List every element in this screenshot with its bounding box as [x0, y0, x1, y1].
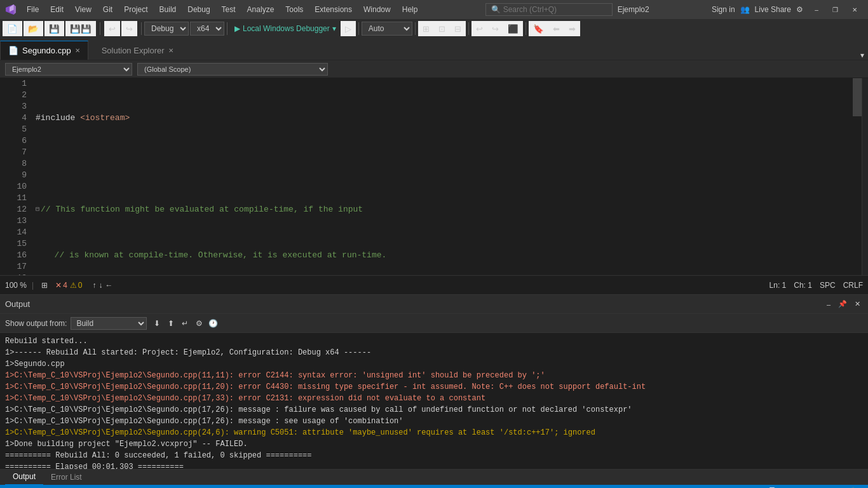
- minimize-button[interactable]: –: [808, 3, 825, 16]
- tab-solution-close-button[interactable]: ✕: [168, 47, 173, 54]
- select-repository-button[interactable]: 🗄 Select Repository: [763, 485, 843, 488]
- output-settings-button[interactable]: ⚙: [193, 317, 205, 330]
- redo-button[interactable]: ↪: [121, 21, 137, 36]
- git-branch-button[interactable]: ⎇: [5, 485, 24, 488]
- warning-count-value: 0: [78, 281, 83, 290]
- close-button[interactable]: ✕: [846, 3, 863, 16]
- menu-extensions[interactable]: Extensions: [309, 3, 357, 17]
- search-box[interactable]: 🔍: [485, 3, 613, 16]
- menu-test[interactable]: Test: [217, 3, 241, 17]
- menu-help[interactable]: Help: [397, 3, 423, 17]
- menu-debug[interactable]: Debug: [182, 3, 215, 17]
- output-clear-button[interactable]: ⬇: [151, 317, 163, 330]
- output-line-3: 1>Segundo.cpp: [5, 358, 863, 370]
- toolbar-icon-5[interactable]: ↪: [487, 21, 503, 36]
- menu-git[interactable]: Git: [98, 3, 118, 17]
- collapse-icon-3[interactable]: ⊟: [36, 204, 39, 215]
- project-scope-select[interactable]: Ejemplo2: [5, 63, 132, 76]
- menu-edit[interactable]: Edit: [45, 3, 69, 17]
- tab-overflow-button[interactable]: ▾: [857, 51, 868, 60]
- scrollbar-thumb[interactable]: [853, 78, 862, 116]
- settings-icon[interactable]: ⚙: [796, 5, 803, 14]
- spaces-info[interactable]: SPC: [820, 281, 836, 290]
- search-input[interactable]: [503, 5, 605, 14]
- live-share-button[interactable]: Live Share: [755, 5, 791, 14]
- menu-window[interactable]: Window: [358, 3, 396, 17]
- warning-triangle-icon: ⚠: [70, 281, 77, 290]
- zoom-level[interactable]: 100 %: [5, 281, 27, 290]
- new-project-button[interactable]: 📄: [3, 21, 22, 36]
- nav-icon-1[interactable]: ⊞: [39, 280, 50, 291]
- debug-config-group: Debug x64: [144, 22, 224, 36]
- platform-select[interactable]: x64: [190, 22, 224, 36]
- tab-segundo-cpp[interactable]: 📄 Segundo.cpp ✕: [0, 41, 88, 60]
- output-scroll-up-button[interactable]: ⬆: [165, 317, 177, 330]
- bookmark-button[interactable]: 🔖: [529, 21, 548, 36]
- line-num-17: 17: [0, 261, 27, 273]
- line-num-6: 6: [0, 135, 27, 147]
- line-ending-info[interactable]: CRLF: [843, 281, 863, 290]
- status-bar-left: ⎇ Ready: [5, 485, 62, 488]
- char-info: Ch: 1: [794, 281, 812, 290]
- output-time-button[interactable]: 🕐: [207, 317, 219, 330]
- toolbar-icon-3[interactable]: ⊟: [450, 21, 466, 36]
- run-debugger-button[interactable]: ▶ Local Windows Debugger ▾: [230, 21, 341, 36]
- output-content[interactable]: Rebuild started... 1>------ Rebuild All …: [0, 333, 868, 469]
- code-editor[interactable]: #include <iostream> ⊟// This function mi…: [33, 78, 853, 275]
- tab-error-list[interactable]: Error List: [43, 470, 90, 485]
- output-source-select[interactable]: Build: [71, 317, 147, 330]
- toolbar-separator-3: [227, 22, 227, 35]
- notification-bell-button[interactable]: 🔔: [843, 485, 863, 488]
- start-without-debug-button[interactable]: ▷: [341, 21, 356, 36]
- restore-button[interactable]: ❐: [827, 3, 844, 16]
- undo-button[interactable]: ↩: [104, 21, 120, 36]
- output-close-button[interactable]: ✕: [852, 299, 863, 309]
- bookmark-prev-button[interactable]: ⬅: [548, 21, 564, 36]
- toolbar-icon-1[interactable]: ⊞: [418, 21, 434, 36]
- line-num-10: 10: [0, 181, 27, 193]
- run-label: Local Windows Debugger: [243, 24, 330, 33]
- add-to-source-control-button[interactable]: ↑ Add to Source Control: [672, 485, 763, 488]
- nav-left-arrow[interactable]: ←: [105, 281, 113, 290]
- nav-down-arrow[interactable]: ↓: [99, 281, 103, 290]
- editor-vertical-scrollbar[interactable]: [853, 78, 862, 275]
- output-line-10: 1>Done building project "Ejemplo2.vcxpro…: [5, 438, 863, 450]
- tab-close-button[interactable]: ✕: [75, 47, 80, 54]
- bookmark-next-button[interactable]: ➡: [564, 21, 580, 36]
- menu-file[interactable]: File: [22, 3, 44, 17]
- project-title: Ejemplo2: [618, 5, 649, 14]
- debug-config-select[interactable]: Debug: [144, 22, 189, 36]
- menu-project[interactable]: Project: [119, 3, 153, 17]
- output-line-7: 1>C:\Temp_C_10\VSProj\Ejemplo2\Segundo.c…: [5, 404, 863, 416]
- save-button[interactable]: 💾: [44, 21, 64, 36]
- nav-up-arrow[interactable]: ↑: [93, 281, 97, 290]
- sign-in-button[interactable]: Sign in: [712, 5, 735, 14]
- tab-file-icon: 📄: [8, 46, 18, 55]
- title-bar-left: File Edit View Git Project Build Debug T…: [5, 3, 423, 17]
- output-line-12: ========== Elapsed 00:01,303 ==========: [5, 461, 863, 469]
- footer-navigation-icons: ⊞: [39, 280, 50, 291]
- line-num-18: 18: [0, 273, 27, 275]
- tab-solution-explorer[interactable]: Solution Explorer ✕: [93, 41, 182, 60]
- global-scope-select[interactable]: (Global Scope): [137, 63, 328, 76]
- menu-analyze[interactable]: Analyze: [242, 3, 280, 17]
- output-pin-button[interactable]: 📌: [836, 299, 850, 309]
- auto-select[interactable]: Auto: [362, 22, 412, 36]
- line-num-8: 8: [0, 158, 27, 170]
- toolbar-icon-2[interactable]: ⊡: [434, 21, 450, 36]
- footer-right-info: Ln: 1 Ch: 1 SPC CRLF: [770, 281, 863, 290]
- menu-tools[interactable]: Tools: [280, 3, 308, 17]
- output-wrap-button[interactable]: ↵: [179, 317, 191, 330]
- menu-view[interactable]: View: [70, 3, 97, 17]
- toolbar-icon-6[interactable]: ⬛: [503, 21, 523, 36]
- save-all-button[interactable]: 💾💾: [65, 21, 96, 36]
- toolbar-icon-4[interactable]: ↩: [471, 21, 487, 36]
- output-minimize-button[interactable]: –: [824, 299, 833, 309]
- tab-output[interactable]: Output: [5, 470, 43, 485]
- tab-solution-label: Solution Explorer: [102, 46, 165, 55]
- open-file-button[interactable]: 📂: [24, 21, 43, 36]
- menu-build[interactable]: Build: [154, 3, 182, 17]
- editor-minimap: [862, 78, 868, 275]
- run-dropdown-arrow[interactable]: ▾: [332, 24, 336, 33]
- toolbar-separator-4: [358, 22, 359, 35]
